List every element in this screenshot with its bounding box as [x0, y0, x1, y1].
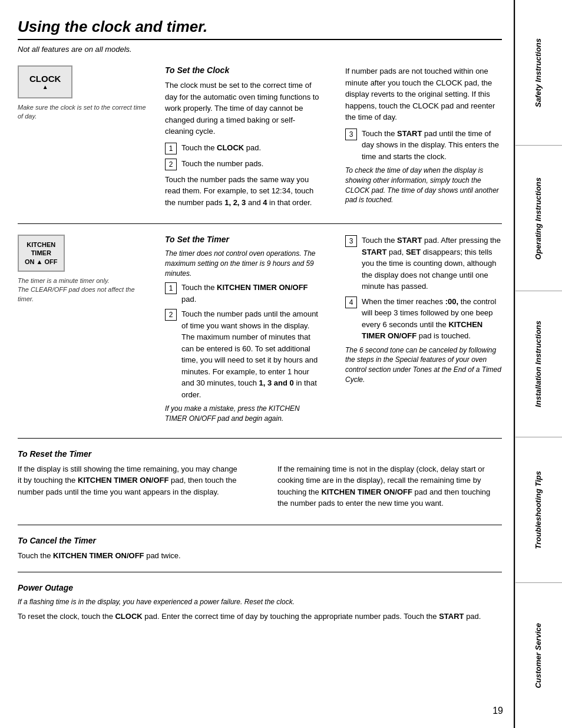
reset-timer-heading: To Reset the Timer	[18, 449, 502, 459]
set-clock-step2: 2 Touch the number pads.	[165, 158, 322, 170]
timer-step1-text: Touch the KITCHEN TIMER ON/OFF pad.	[181, 282, 322, 305]
reset-timer-left-body: If the display is still showing the time…	[18, 463, 242, 498]
reset-timer-right-body: If the remaining time is not in the disp…	[277, 463, 502, 509]
timer-step-number-3: 3	[345, 235, 357, 247]
sidebar-operating-label: Operating Instructions	[534, 177, 544, 259]
set-clock-heading: To Set the Clock	[165, 65, 322, 75]
tone-note: The 6 second tone can be canceled by fol…	[345, 345, 502, 385]
set-clock-body2: Touch the number pads the same way you r…	[165, 174, 322, 209]
sidebar: Safety Instructions Operating Instructio…	[515, 0, 562, 728]
timer-step4-text: When the timer reaches :00, the control …	[362, 296, 502, 342]
sidebar-section-operating: Operating Instructions	[515, 146, 562, 291]
sidebar-customer-label: Customer Service	[534, 623, 544, 689]
divider-3	[18, 525, 502, 525]
cancel-timer-body: Touch the KITCHEN TIMER ON/OFF pad twice…	[18, 550, 502, 562]
clock-caption: Make sure the clock is set to the correc…	[18, 103, 147, 121]
timer-label-line1: KITCHEN	[27, 241, 55, 248]
timer-step-number-2: 2	[165, 309, 177, 321]
sidebar-section-safety: Safety Instructions	[515, 0, 562, 146]
sidebar-troubleshooting-label: Troubleshooting Tips	[534, 471, 544, 549]
timer-label-line3: ON ▲ OFF	[25, 258, 58, 265]
page-title: Using the clock and timer.	[18, 18, 502, 40]
subtitle: Not all features are on all models.	[18, 45, 502, 54]
clock-arrow-icon: ▲	[29, 84, 61, 90]
set-timer-step3: 3 Touch the START pad. After pressing th…	[345, 235, 502, 292]
power-outage-italic-note: If a flashing time is in the display, yo…	[18, 597, 502, 607]
sidebar-installation-label: Installation Instructions	[534, 321, 544, 407]
timer-step3-text: Touch the START pad. After pressing the …	[362, 235, 502, 292]
clock-button-image: CLOCK ▲	[18, 65, 72, 98]
step-number-1: 1	[165, 143, 177, 154]
step2-text: Touch the number pads.	[181, 158, 263, 170]
timer-caption: The timer is a minute timer only. The CL…	[18, 276, 147, 304]
sidebar-section-customer: Customer Service	[515, 583, 562, 728]
set-timer-heading: To Set the Timer	[165, 235, 322, 244]
sidebar-section-troubleshooting: Troubleshooting Tips	[515, 437, 562, 583]
timer-step-number-4: 4	[345, 297, 357, 308]
set-timer-step1: 1 Touch the KITCHEN TIMER ON/OFF pad.	[165, 282, 322, 305]
set-clock-right-body1: If number pads are not touched within on…	[345, 65, 502, 123]
set-clock-step3: 3 Touch the START pad until the time of …	[345, 128, 502, 163]
timer-mistake-note: If you make a mistake, press the KITCHEN…	[165, 404, 322, 424]
clock-label: CLOCK	[29, 74, 61, 84]
cancel-timer-heading: To Cancel the Timer	[18, 536, 502, 545]
page-number: 19	[492, 706, 503, 716]
set-timer-step4: 4 When the timer reaches :00, the contro…	[345, 296, 502, 342]
sidebar-safety-label: Safety Instructions	[534, 38, 544, 107]
power-outage-body: To reset the clock, touch the CLOCK pad.…	[18, 611, 502, 622]
set-clock-step1: 1 Touch the CLOCK pad.	[165, 142, 322, 154]
timer-italic-note: The timer does not control oven operatio…	[165, 249, 322, 278]
step-number-3: 3	[345, 129, 357, 140]
power-outage-heading: Power Outage	[18, 583, 502, 592]
set-timer-step2: 2 Touch the number pads until the amount…	[165, 308, 322, 400]
step-number-2: 2	[165, 159, 177, 170]
clock-italic-note: To check the time of day when the displa…	[345, 166, 502, 205]
divider-1	[18, 223, 502, 224]
step3-text: Touch the START pad until the time of da…	[362, 128, 502, 163]
timer-step-number-1: 1	[165, 282, 177, 294]
divider-4	[18, 572, 502, 572]
divider-2	[18, 438, 502, 439]
timer-label-line2: TIMER	[31, 249, 51, 256]
set-clock-body1: The clock must be set to the correct tim…	[165, 80, 322, 137]
kitchen-timer-image: KITCHEN TIMER ON ▲ OFF	[18, 235, 65, 272]
step1-text: Touch the CLOCK pad.	[181, 142, 261, 154]
sidebar-section-installation: Installation Instructions	[515, 291, 562, 437]
timer-step2-text: Touch the number pads until the amount o…	[181, 308, 322, 400]
